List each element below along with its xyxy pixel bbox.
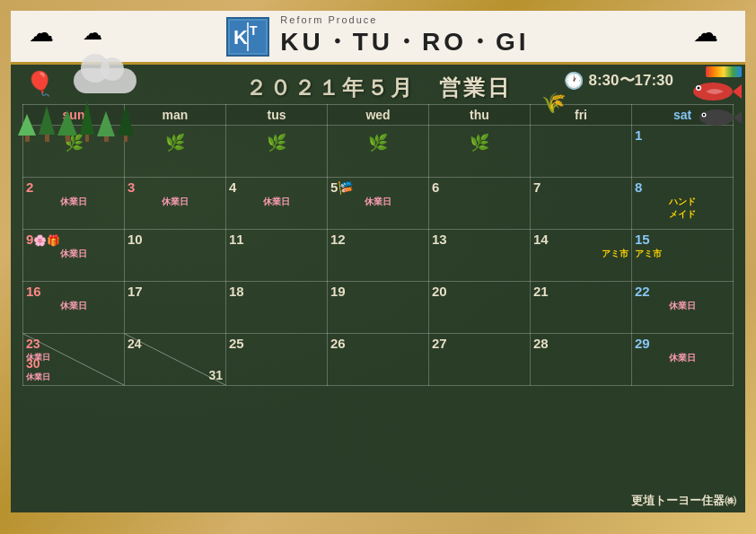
table-row: 2 休業日 [23,178,125,230]
col-tus: tus [226,105,328,126]
chalkboard: 🎈 ２０２１年５月 営業日 🕐 8:30〜17:30 [11,65,745,512]
table-row: 27 [429,334,531,386]
svg-marker-5 [733,84,742,99]
table-row: 10 [125,230,226,282]
calendar-table: sun man tus wed thu fri sat 🌿 [22,104,734,386]
table-row: 7 [531,178,632,230]
week-row: 16 休業日 17 18 19 20 [23,282,734,334]
table-row: 8 ハンドメイド [632,178,734,230]
company-name: 更埴トーヨー住器㈱ [631,493,736,509]
table-row: 🌿 [125,126,226,178]
table-row: 13 [429,230,531,282]
cloud-left [74,68,136,93]
col-wed: wed [328,105,429,126]
table-row: 17 [125,282,226,334]
logo-area: K T Reform Produce KU・TU・RO・GI [226,14,529,59]
svg-marker-9 [734,111,742,124]
table-row: 24 31 [125,334,226,386]
table-row: 4 休業日 [226,178,328,230]
brand-name-label: KU・TU・RO・GI [280,25,529,59]
hot-air-balloon: 🎈 [25,70,54,98]
reform-produce-label: Reform Produce [280,14,377,25]
page-frame: ☁ ☁ K T Reform Produce KU・TU・RO・GI ☁ [0,0,756,534]
col-man: man [125,105,226,126]
svg-point-8 [699,109,734,126]
table-row: 3 休業日 [125,178,226,230]
header: ☁ ☁ K T Reform Produce KU・TU・RO・GI ☁ [11,11,745,65]
table-row [531,126,632,178]
svg-point-7 [698,87,700,90]
table-row: 19 [328,282,429,334]
table-row: 1 [632,126,734,178]
week-row: 23 休業日 30 休業日 24 [23,334,734,386]
logo-box: K T [226,17,269,57]
table-row: 9🌸🎁 休業日 [23,230,125,282]
table-row: 23 休業日 30 休業日 [23,334,125,386]
table-row: 29 休業日 [632,334,734,386]
wheat-decoration: 🌾 [541,92,566,115]
week-row: 2 休業日 3 休業日 4 休業日 5🎏 休業日 [23,178,734,230]
week-row: 9🌸🎁 休業日 10 11 12 13 [23,230,734,282]
table-row: 🌿 [226,126,328,178]
table-row: 16 休業日 [23,282,125,334]
table-row: 21 [531,282,632,334]
brand-text: Reform Produce KU・TU・RO・GI [280,14,529,59]
table-row: 26 [328,334,429,386]
table-row: 20 [429,282,531,334]
col-thu: thu [429,105,531,126]
table-row: 18 [226,282,328,334]
table-row: 5🎏 休業日 [328,178,429,230]
trees-decoration [18,101,134,142]
svg-text:T: T [250,23,258,38]
table-row: 22 休業日 [632,282,734,334]
table-row: 14 アミ市 [531,230,632,282]
koinobori [688,66,742,131]
business-hours: 🕐 8:30〜17:30 [564,70,673,91]
table-row: 🌿 [429,126,531,178]
svg-text:K: K [233,26,248,48]
table-row: 11 [226,230,328,282]
svg-point-11 [703,114,705,116]
table-row: 🌿 [328,126,429,178]
table-row: 28 [531,334,632,386]
table-row: 12 [328,230,429,282]
table-row: 6 [429,178,531,230]
clock-icon: 🕐 [564,71,584,91]
table-row: 15 アミ市 [632,230,734,282]
table-row: 25 [226,334,328,386]
